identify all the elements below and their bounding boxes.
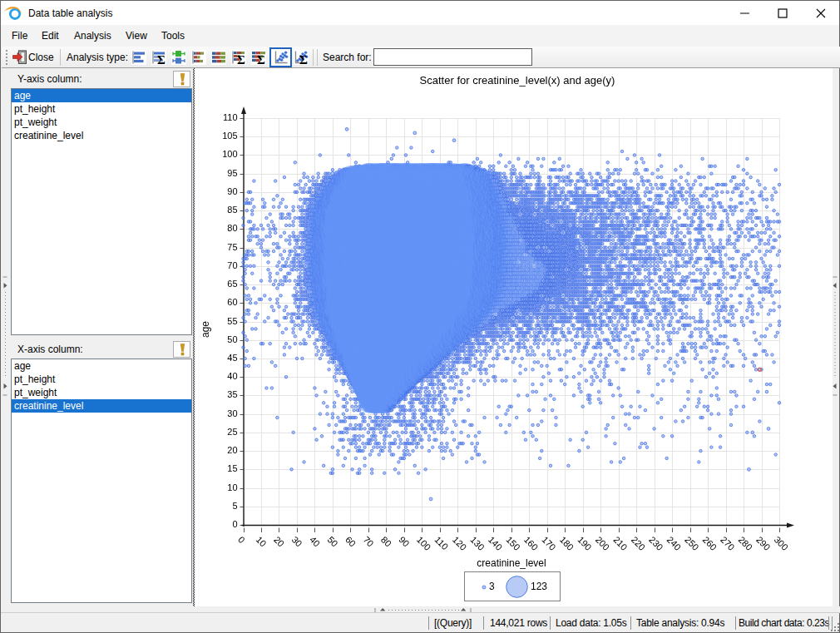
svg-text:Σ: Σ — [157, 53, 166, 66]
svg-text:Σ: Σ — [257, 53, 265, 66]
svg-text:Σ: Σ — [299, 53, 308, 66]
svg-text:Σ: Σ — [237, 53, 245, 66]
